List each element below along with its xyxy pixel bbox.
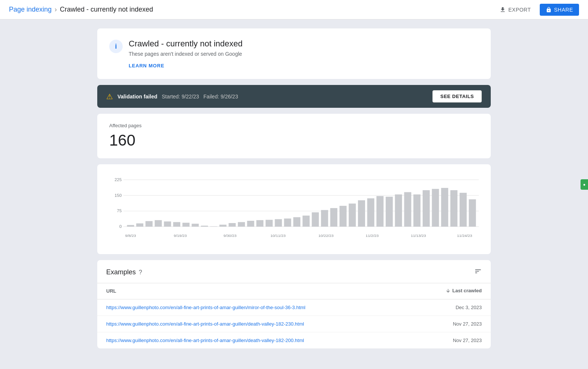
svg-rect-32 [349, 204, 356, 227]
download-icon [499, 6, 506, 13]
right-widget[interactable]: ● [581, 179, 588, 190]
svg-rect-18 [220, 225, 227, 226]
warning-icon: ⚠ [106, 92, 113, 101]
svg-rect-30 [330, 208, 337, 227]
share-button[interactable]: SHARE [540, 4, 579, 16]
svg-rect-34 [367, 198, 374, 227]
svg-rect-35 [376, 196, 383, 227]
svg-rect-26 [293, 217, 300, 226]
url-cell[interactable]: https://www.guillenphoto.com/en/all-fine… [97, 315, 412, 332]
svg-rect-27 [303, 216, 310, 227]
svg-rect-14 [183, 223, 190, 226]
info-subtitle: These pages aren't indexed or served on … [129, 51, 242, 57]
table-row: https://www.guillenphoto.com/en/all-fine… [97, 315, 491, 332]
breadcrumb-current: Crawled - currently not indexed [60, 6, 153, 13]
info-text: Crawled - currently not indexed These pa… [129, 39, 242, 57]
breadcrumb-separator: › [55, 6, 57, 13]
learn-more-link[interactable]: LEARN MORE [129, 63, 164, 68]
svg-text:11/24/23: 11/24/23 [457, 234, 472, 238]
right-widget-label: ● [582, 182, 587, 187]
chart-svg: 225 150 75 0 [109, 173, 479, 248]
svg-text:225: 225 [114, 177, 122, 182]
date-cell: Nov 27, 2023 [412, 332, 491, 348]
svg-rect-39 [413, 195, 420, 227]
export-button[interactable]: EXPORT [495, 4, 535, 15]
svg-rect-24 [275, 219, 282, 227]
validation-status: Validation failed [117, 94, 157, 100]
examples-table: URL Last crawled https://www.guillenphot… [97, 283, 491, 348]
info-card: i Crawled - currently not indexed These … [97, 28, 491, 79]
svg-rect-43 [450, 190, 457, 226]
svg-rect-16 [201, 226, 208, 227]
examples-card: Examples ? URL Last c [97, 260, 491, 348]
svg-rect-42 [441, 188, 448, 226]
svg-rect-19 [229, 223, 236, 227]
breadcrumb: Page indexing › Crawled - currently not … [9, 6, 153, 13]
svg-rect-10 [146, 221, 153, 227]
examples-header: Examples ? [97, 260, 491, 283]
svg-rect-36 [386, 197, 393, 227]
header-actions: EXPORT SHARE [495, 4, 579, 16]
svg-text:11/13/23: 11/13/23 [411, 234, 426, 238]
svg-rect-22 [256, 220, 263, 226]
svg-rect-41 [432, 189, 439, 227]
svg-rect-20 [238, 222, 245, 226]
sort-arrow-icon [445, 288, 451, 293]
examples-tbody: https://www.guillenphoto.com/en/all-fine… [97, 299, 491, 348]
svg-rect-21 [247, 221, 254, 227]
svg-text:9/19/23: 9/19/23 [174, 234, 187, 238]
svg-rect-12 [164, 222, 171, 227]
svg-rect-11 [155, 220, 162, 226]
date-cell: Dec 3, 2023 [412, 299, 491, 315]
info-icon: i [115, 43, 117, 51]
table-header-row: URL Last crawled [97, 283, 491, 299]
svg-rect-9 [136, 223, 143, 227]
svg-text:0: 0 [119, 225, 122, 229]
svg-rect-37 [395, 195, 402, 227]
info-icon-circle: i [109, 40, 123, 53]
filter-icon[interactable] [474, 268, 482, 277]
svg-rect-13 [173, 222, 180, 226]
svg-text:75: 75 [117, 209, 122, 213]
chart-card: 225 150 75 0 [97, 164, 491, 254]
svg-rect-25 [284, 219, 291, 227]
svg-rect-33 [358, 200, 365, 226]
svg-text:9/30/23: 9/30/23 [224, 234, 237, 238]
affected-pages-card: Affected pages 160 [97, 114, 491, 158]
validation-text: Validation failed Started: 9/22/23 Faile… [117, 94, 238, 100]
svg-text:11/2/23: 11/2/23 [366, 234, 379, 238]
svg-rect-31 [340, 206, 347, 227]
info-title: Crawled - currently not indexed [129, 39, 242, 49]
info-card-header: i Crawled - currently not indexed These … [109, 39, 479, 57]
svg-text:150: 150 [114, 193, 122, 197]
svg-rect-44 [460, 193, 467, 226]
svg-rect-40 [423, 190, 430, 226]
svg-text:10/11/23: 10/11/23 [270, 234, 286, 238]
svg-rect-8 [127, 225, 134, 226]
validation-dates: Started: 9/22/23 Failed: 9/26/23 [162, 94, 238, 100]
header: Page indexing › Crawled - currently not … [0, 0, 588, 19]
svg-rect-28 [312, 212, 319, 226]
svg-rect-45 [469, 199, 476, 227]
sort-icon[interactable]: Last crawled [445, 288, 482, 293]
svg-text:9/8/23: 9/8/23 [125, 234, 136, 238]
examples-title-text: Examples [106, 268, 136, 276]
svg-text:10/22/23: 10/22/23 [318, 234, 334, 238]
url-cell[interactable]: https://www.guillenphoto.com/en/all-fine… [97, 332, 412, 348]
table-row: https://www.guillenphoto.com/en/all-fine… [97, 299, 491, 315]
last-crawled-column-header[interactable]: Last crawled [412, 283, 491, 299]
svg-rect-15 [192, 224, 199, 227]
breadcrumb-parent-link[interactable]: Page indexing [9, 6, 52, 13]
svg-rect-23 [266, 220, 273, 226]
chart-container: 225 150 75 0 [109, 173, 479, 248]
svg-rect-38 [404, 192, 411, 226]
examples-title-container: Examples ? [106, 268, 142, 276]
svg-rect-29 [321, 210, 328, 226]
see-details-button[interactable]: SEE DETAILS [432, 90, 482, 103]
url-cell[interactable]: https://www.guillenphoto.com/en/all-fine… [97, 299, 412, 315]
url-column-header: URL [97, 283, 412, 299]
help-icon[interactable]: ? [139, 269, 142, 276]
svg-rect-17 [210, 226, 217, 227]
table-row: https://www.guillenphoto.com/en/all-fine… [97, 332, 491, 348]
validation-banner: ⚠ Validation failed Started: 9/22/23 Fai… [97, 85, 491, 108]
